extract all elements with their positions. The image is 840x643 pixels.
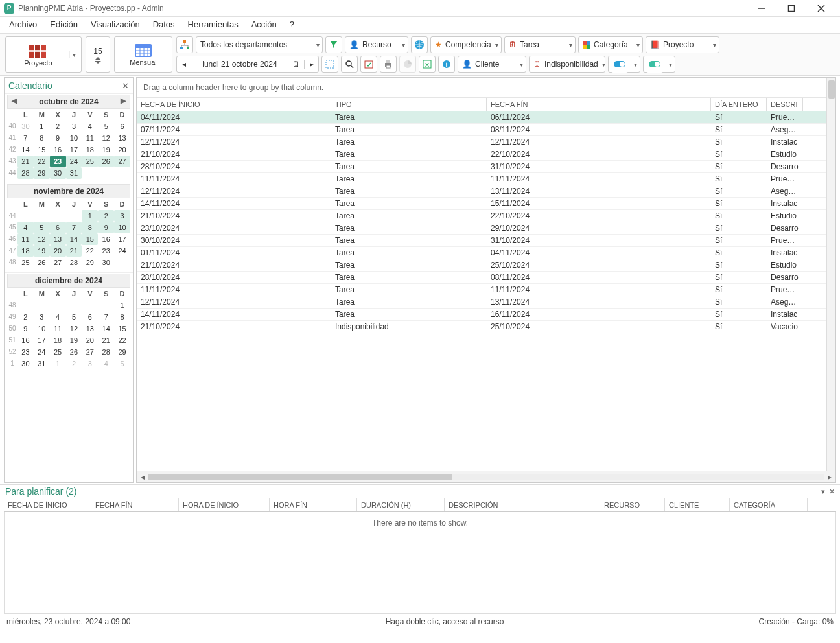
- print-icon-button[interactable]: [380, 56, 397, 73]
- menu-acción[interactable]: Acción: [251, 19, 277, 29]
- table-row[interactable]: 12/11/2024Tarea13/11/2024SíAsegura: [137, 185, 835, 198]
- planner-column-header[interactable]: FECHA FÍN: [91, 498, 179, 511]
- competencia-combo[interactable]: ★Competencia ▾: [430, 36, 502, 53]
- calendar-day[interactable]: 16: [50, 144, 66, 156]
- calendar-day[interactable]: 17: [114, 233, 130, 245]
- prev-month-button[interactable]: ◀: [12, 97, 17, 105]
- calendar-day[interactable]: 6: [82, 311, 98, 323]
- menu-edición[interactable]: Edición: [50, 19, 78, 29]
- prev-day-button[interactable]: ◂: [177, 60, 191, 69]
- calendar-day[interactable]: 23: [98, 245, 114, 257]
- cliente-combo[interactable]: 👤Cliente ▾: [458, 56, 526, 73]
- vertical-scrollbar[interactable]: [826, 78, 835, 471]
- calendar-day[interactable]: 29: [114, 346, 130, 358]
- calendar-day[interactable]: 1: [82, 210, 98, 222]
- table-row[interactable]: 04/11/2024Tarea06/11/2024SíPruebas: [137, 111, 835, 124]
- row-count-spinner[interactable]: 15: [86, 36, 110, 73]
- calendar-day[interactable]: 12: [34, 233, 50, 245]
- table-row[interactable]: 28/10/2024Tarea08/11/2024SíDesarro: [137, 272, 835, 284]
- calendar-day[interactable]: 11: [18, 233, 34, 245]
- menu-herramientas[interactable]: Herramientas: [188, 19, 239, 29]
- table-row[interactable]: 21/10/2024Tarea22/10/2024SíEstudio: [137, 210, 835, 222]
- selection-icon-button[interactable]: [321, 56, 338, 73]
- calendar-day[interactable]: 10: [114, 222, 130, 233]
- calendar-day[interactable]: 27: [114, 156, 130, 167]
- planner-column-header[interactable]: DURACIÓN (H): [357, 498, 445, 511]
- calendar-day[interactable]: 9: [98, 222, 114, 233]
- calendar-day[interactable]: 22: [82, 245, 98, 257]
- planner-column-header[interactable]: CLIENTE: [665, 498, 730, 511]
- table-row[interactable]: 12/11/2024Tarea13/11/2024SíAsegura: [137, 296, 835, 309]
- calendar-day[interactable]: 25: [18, 257, 34, 268]
- calendar-day[interactable]: 4: [50, 311, 66, 323]
- calendar-day[interactable]: 19: [98, 144, 114, 156]
- table-row[interactable]: 14/11/2024Tarea16/11/2024SíInstalac: [137, 309, 835, 321]
- next-day-button[interactable]: ▸: [304, 60, 318, 69]
- calendar-day[interactable]: 10: [66, 132, 82, 144]
- categoria-combo[interactable]: Categoría ▾: [578, 36, 643, 53]
- calendar-day[interactable]: 17: [66, 144, 82, 156]
- tarea-combo[interactable]: 🗓Tarea ▾: [504, 36, 576, 53]
- calendar-day[interactable]: 18: [82, 144, 98, 156]
- calendar-day[interactable]: 15: [34, 144, 50, 156]
- calendar-day[interactable]: 15: [82, 233, 98, 245]
- grid-column-header[interactable]: FECHA FÍN: [487, 98, 711, 111]
- filter-icon-button[interactable]: [325, 36, 342, 53]
- department-filter[interactable]: Todos los departamentos ▾: [196, 36, 323, 53]
- close-button[interactable]: [806, 1, 836, 16]
- calendar-day[interactable]: 9: [50, 132, 66, 144]
- calendar-day[interactable]: 8: [114, 311, 130, 323]
- calendar-day[interactable]: 16: [18, 334, 34, 346]
- calendar-day[interactable]: 23: [50, 156, 66, 167]
- calendar-day[interactable]: 22: [34, 156, 50, 167]
- proyecto-combo[interactable]: 📕Proyecto ▾: [646, 36, 719, 53]
- calendar-day[interactable]: 28: [66, 257, 82, 268]
- calendar-day[interactable]: 3: [114, 210, 130, 222]
- calendar-day[interactable]: 25: [82, 156, 98, 167]
- calendar-day[interactable]: 29: [34, 167, 50, 179]
- calendar-day[interactable]: 14: [66, 233, 82, 245]
- caret-down-icon[interactable]: ▾: [821, 487, 825, 496]
- menu-?[interactable]: ?: [290, 19, 294, 29]
- info-icon-button[interactable]: i: [438, 56, 455, 73]
- calendar-day[interactable]: 2: [98, 210, 114, 222]
- calendar-day[interactable]: 26: [98, 156, 114, 167]
- calendar-day[interactable]: 21: [18, 156, 34, 167]
- calendar-day[interactable]: 20: [50, 245, 66, 257]
- planner-column-header[interactable]: RECURSO: [600, 498, 665, 511]
- calendar-day[interactable]: 8: [34, 132, 50, 144]
- calendar-day[interactable]: 7: [66, 222, 82, 233]
- next-month-button[interactable]: ▶: [121, 97, 126, 105]
- calendar-day[interactable]: 8: [82, 222, 98, 233]
- calendar-day[interactable]: 2: [66, 358, 82, 369]
- calendar-day[interactable]: 13: [50, 233, 66, 245]
- calendar-day[interactable]: 1: [50, 358, 66, 369]
- calendar-day[interactable]: 20: [82, 334, 98, 346]
- grid-column-header[interactable]: DÍA ENTERO: [711, 98, 767, 111]
- globe-icon-button[interactable]: [411, 36, 428, 53]
- calendar-day[interactable]: 23: [18, 346, 34, 358]
- calendar-day[interactable]: 1: [114, 299, 130, 311]
- calendar-day[interactable]: 3: [34, 311, 50, 323]
- calendar-day[interactable]: 6: [114, 121, 130, 132]
- calendar-day[interactable]: 27: [82, 346, 98, 358]
- planner-header[interactable]: FECHA DE ÍNICIOFECHA FÍNHORA DE ÍNICIOHO…: [4, 498, 836, 512]
- planner-column-header[interactable]: HORA DE ÍNICIO: [179, 498, 270, 511]
- calendar-day[interactable]: 10: [34, 323, 50, 334]
- calendar-day[interactable]: 25: [50, 346, 66, 358]
- calendar-day[interactable]: 3: [82, 358, 98, 369]
- table-row[interactable]: 23/10/2024Tarea29/10/2024SíDesarro: [137, 222, 835, 235]
- calendar-day[interactable]: 29: [82, 257, 98, 268]
- menu-visualización[interactable]: Visualización: [91, 19, 140, 29]
- table-row[interactable]: 21/10/2024Indisponibilidad25/10/2024SíVa…: [137, 321, 835, 333]
- calendar-day[interactable]: 26: [66, 346, 82, 358]
- calendar-day[interactable]: 12: [66, 323, 82, 334]
- grid-column-header[interactable]: TIPO: [331, 98, 487, 111]
- calendar-day[interactable]: 18: [18, 245, 34, 257]
- table-row[interactable]: 11/11/2024Tarea11/11/2024SíPruebas: [137, 284, 835, 296]
- grid-column-header[interactable]: DESCRI: [767, 98, 803, 111]
- table-row[interactable]: 11/11/2024Tarea11/11/2024SíPruebas: [137, 173, 835, 185]
- calendar-day[interactable]: 28: [18, 167, 34, 179]
- calendar-check-icon-button[interactable]: [360, 56, 377, 73]
- calendar-day[interactable]: 30: [50, 167, 66, 179]
